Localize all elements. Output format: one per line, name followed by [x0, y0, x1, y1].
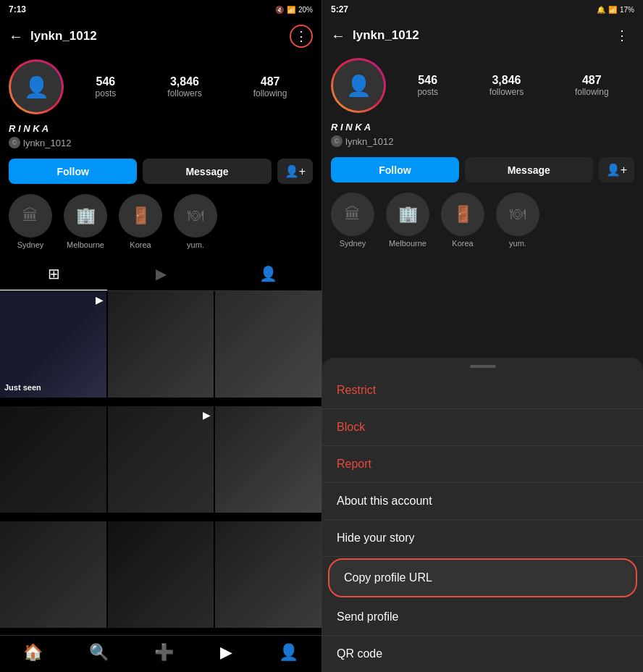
- left-handle-text: lynkn_1012: [23, 138, 72, 148]
- right-following-num: 487: [582, 74, 602, 87]
- left-status-icons: 🔇 📶 20%: [275, 6, 313, 14]
- left-following-label: following: [253, 88, 287, 98]
- nav-reels-left[interactable]: ▶: [220, 643, 232, 662]
- left-bottom-nav: 🏠 🔍 ➕ ▶ 👤: [0, 635, 322, 672]
- right-menu-button[interactable]: ⋮: [610, 25, 634, 46]
- right-followers-num: 3,846: [492, 74, 521, 87]
- left-follow-button[interactable]: Follow: [9, 159, 137, 184]
- sheet-item-send-profile[interactable]: Send profile: [322, 599, 643, 636]
- highlight-circle-yum-right: 🍽: [496, 193, 539, 236]
- sheet-item-hide-story[interactable]: Hide your story: [322, 520, 643, 557]
- highlight-label-sydney-right: Sydney: [340, 239, 366, 248]
- about-label: About this account: [337, 495, 432, 507]
- back-button-left[interactable]: ←: [9, 28, 23, 45]
- post-6[interactable]: [215, 406, 322, 513]
- highlight-melbourne-right[interactable]: 🏢 Melbourne: [386, 193, 429, 248]
- block-label: Block: [337, 421, 365, 433]
- left-phone-screen: 7:13 🔇 📶 20% ← lynkn_1012 ⋮ 👤 546 posts …: [0, 0, 322, 672]
- right-stat-followers[interactable]: 3,846 followers: [489, 74, 524, 97]
- highlight-korea-right[interactable]: 🚪 Korea: [441, 193, 484, 248]
- left-stat-followers[interactable]: 3,846 followers: [167, 75, 201, 98]
- post-7[interactable]: [0, 521, 106, 628]
- highlight-circle-melbourne-left: 🏢: [64, 194, 107, 238]
- highlight-sydney-right[interactable]: 🏛 Sydney: [331, 193, 374, 248]
- left-menu-button[interactable]: ⋮: [290, 25, 313, 48]
- restrict-label: Restrict: [337, 384, 376, 396]
- highlight-circle-yum-left: 🍽: [174, 194, 217, 238]
- right-stats-row: 546 posts 3,846 followers 487 following: [392, 74, 634, 97]
- nav-search-left[interactable]: 🔍: [89, 643, 109, 662]
- right-username: lynkn_1012: [353, 28, 602, 43]
- sheet-item-block[interactable]: Block: [322, 409, 643, 446]
- post-1[interactable]: ▶ Just seen: [0, 291, 106, 398]
- left-username: lynkn_1012: [30, 29, 282, 43]
- highlight-circle-korea-right: 🚪: [441, 193, 484, 236]
- hide-story-label: Hide your story: [337, 532, 415, 544]
- right-phone-screen: 5:27 🔔 📶 17% ← lynkn_1012 ⋮ 👤 546 posts …: [322, 0, 643, 672]
- left-tab-tagged[interactable]: 👤: [214, 258, 322, 290]
- right-stat-posts[interactable]: 546 posts: [417, 74, 438, 97]
- left-stat-posts[interactable]: 546 posts: [96, 75, 117, 98]
- highlight-circle-sydney-left: 🏛: [9, 194, 52, 238]
- back-button-right[interactable]: ←: [331, 28, 345, 44]
- right-profile-info: R I N K A © lynkn_1012: [322, 119, 643, 153]
- sheet-item-report[interactable]: Report: [322, 446, 643, 483]
- copy-url-label: Copy profile URL: [344, 571, 432, 584]
- right-status-bar: 5:27 🔔 📶 17%: [322, 0, 643, 19]
- right-handle-text: lynkn_1012: [345, 136, 394, 147]
- sheet-item-about[interactable]: About this account: [322, 483, 643, 520]
- sheet-handle: [470, 365, 496, 368]
- sheet-item-copy-url[interactable]: Copy profile URL ⟵: [328, 558, 637, 597]
- right-followers-label: followers: [489, 87, 524, 97]
- post-1-icon: ▶: [96, 294, 104, 306]
- left-message-button[interactable]: Message: [143, 159, 271, 184]
- right-avatar-wrap: 👤: [331, 58, 386, 113]
- post-8[interactable]: [108, 521, 214, 628]
- right-message-button[interactable]: Message: [465, 157, 593, 182]
- right-header: ← lynkn_1012 ⋮: [322, 19, 643, 52]
- left-highlights: 🏛 Sydney 🏢 Melbourne 🚪 Korea 🍽 yum.: [0, 188, 322, 255]
- highlight-label-sydney-left: Sydney: [17, 240, 44, 249]
- right-stat-following[interactable]: 487 following: [575, 74, 609, 97]
- left-add-button[interactable]: 👤+: [277, 159, 313, 184]
- nav-create-left[interactable]: ➕: [154, 643, 174, 662]
- grid-icon-left: ⊞: [48, 265, 60, 282]
- sheet-item-restrict[interactable]: Restrict: [322, 372, 643, 409]
- threads-icon-left: ©: [9, 137, 20, 148]
- right-add-button[interactable]: 👤+: [599, 157, 634, 182]
- right-follow-button[interactable]: Follow: [331, 157, 459, 182]
- post-3[interactable]: [215, 291, 322, 398]
- highlight-sydney-left[interactable]: 🏛 Sydney: [9, 194, 52, 249]
- left-tab-reels[interactable]: ▶: [107, 258, 214, 290]
- send-profile-label: Send profile: [337, 610, 398, 623]
- left-posts-num: 546: [96, 75, 116, 88]
- more-icon-left: ⋮: [295, 28, 308, 44]
- left-tab-grid[interactable]: ⊞: [0, 258, 107, 290]
- right-status-icons: 🔔 📶 17%: [597, 6, 634, 14]
- post-2[interactable]: [108, 291, 214, 398]
- highlight-melbourne-left[interactable]: 🏢 Melbourne: [64, 194, 107, 249]
- highlight-yum-right[interactable]: 🍽 yum.: [496, 193, 539, 248]
- left-action-buttons: Follow Message 👤+: [0, 154, 322, 188]
- right-profile-name: R I N K A: [331, 122, 634, 133]
- highlight-label-melbourne-left: Melbourne: [67, 240, 104, 249]
- post-9[interactable]: [215, 521, 322, 628]
- left-posts-grid: ▶ Just seen ▶: [0, 291, 322, 635]
- post-5[interactable]: ▶: [108, 406, 214, 513]
- post-4[interactable]: [0, 406, 106, 513]
- highlight-label-korea-left: Korea: [130, 240, 151, 249]
- left-header: ← lynkn_1012 ⋮: [0, 19, 322, 54]
- nav-profile-left[interactable]: 👤: [279, 643, 298, 662]
- left-posts-label: posts: [96, 88, 117, 98]
- right-posts-num: 546: [418, 74, 437, 87]
- highlight-korea-left[interactable]: 🚪 Korea: [119, 194, 162, 249]
- left-status-bar: 7:13 🔇 📶 20%: [0, 0, 322, 19]
- highlight-yum-left[interactable]: 🍽 yum.: [174, 194, 217, 249]
- nav-home-left[interactable]: 🏠: [23, 643, 43, 662]
- right-profile-stats: 👤 546 posts 3,846 followers 487 followin…: [322, 52, 643, 119]
- tagged-icon-left: 👤: [259, 265, 277, 283]
- right-profile-handle: © lynkn_1012: [331, 135, 634, 147]
- post-1-label: Just seen: [4, 383, 41, 392]
- left-stat-following[interactable]: 487 following: [253, 75, 287, 98]
- sheet-item-qr[interactable]: QR code: [322, 636, 643, 672]
